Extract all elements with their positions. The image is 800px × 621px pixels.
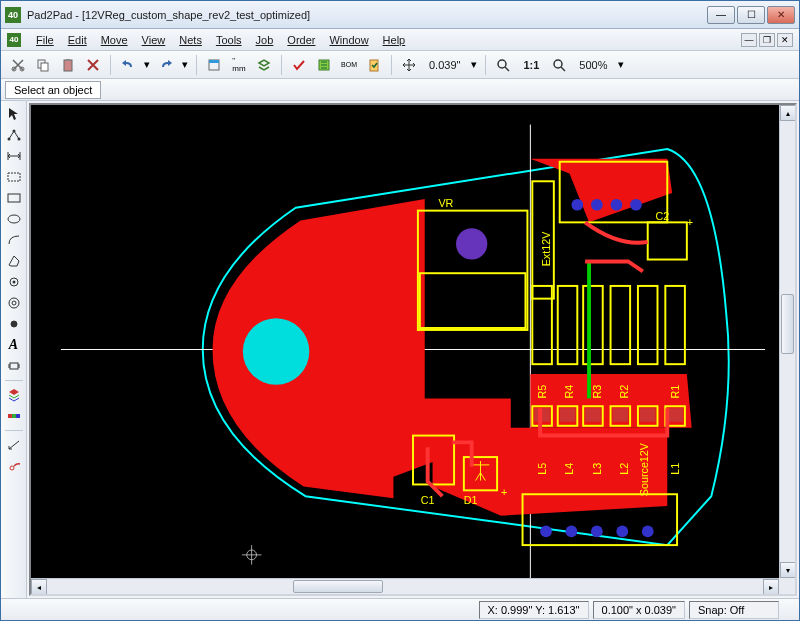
scroll-up-button[interactable]: ▴ bbox=[780, 105, 796, 121]
svg-rect-23 bbox=[10, 363, 18, 369]
svg-point-22 bbox=[11, 321, 17, 327]
scroll-left-button[interactable]: ◂ bbox=[31, 579, 47, 595]
zoom-dropdown[interactable]: ▾ bbox=[616, 58, 626, 71]
menu-tools[interactable]: Tools bbox=[209, 32, 249, 48]
drc-check-button[interactable] bbox=[288, 54, 310, 76]
svg-text:L1: L1 bbox=[669, 463, 681, 475]
redo-dropdown[interactable]: ▾ bbox=[180, 58, 190, 71]
mdi-minimize-button[interactable]: — bbox=[741, 33, 757, 47]
zoom-ratio[interactable]: 1:1 bbox=[517, 59, 545, 71]
horizontal-scrollbar[interactable]: ◂ ▸ bbox=[31, 578, 779, 594]
close-button[interactable]: ✕ bbox=[767, 6, 795, 24]
svg-rect-42 bbox=[648, 222, 687, 259]
check-clipboard-button[interactable] bbox=[363, 54, 385, 76]
app-icon: 40 bbox=[5, 7, 21, 23]
menu-file[interactable]: File bbox=[29, 32, 61, 48]
arc-tool[interactable] bbox=[4, 231, 24, 249]
trace-tool[interactable] bbox=[4, 126, 24, 144]
pad-tool[interactable] bbox=[4, 273, 24, 291]
filled-rect-tool[interactable] bbox=[4, 189, 24, 207]
vertical-scrollbar[interactable]: ▴ ▾ bbox=[779, 105, 795, 578]
work-area: A bbox=[1, 101, 799, 598]
svg-point-40 bbox=[611, 199, 623, 211]
undo-dropdown[interactable]: ▾ bbox=[142, 58, 152, 71]
svg-text:R5: R5 bbox=[536, 385, 548, 399]
rectangle-tool[interactable] bbox=[4, 168, 24, 186]
svg-rect-36 bbox=[420, 273, 526, 328]
svg-rect-60 bbox=[667, 408, 683, 422]
scroll-right-button[interactable]: ▸ bbox=[763, 579, 779, 595]
svg-text:Source12V: Source12V bbox=[638, 442, 650, 496]
svg-point-76 bbox=[566, 526, 578, 538]
menu-move[interactable]: Move bbox=[94, 32, 135, 48]
scroll-corner bbox=[779, 578, 795, 594]
svg-text:R1: R1 bbox=[669, 385, 681, 399]
layers-button[interactable] bbox=[253, 54, 275, 76]
svg-point-11 bbox=[554, 60, 562, 68]
polygon-tool[interactable] bbox=[4, 252, 24, 270]
scrollbar-thumb[interactable] bbox=[781, 294, 794, 354]
zoom-percent[interactable]: 500% bbox=[573, 59, 613, 71]
separator-icon bbox=[196, 55, 197, 75]
autoroute-button[interactable] bbox=[313, 54, 335, 76]
text-tool[interactable]: A bbox=[4, 336, 24, 354]
svg-text:Ext12V: Ext12V bbox=[540, 231, 552, 266]
title-bar: 40 Pad2Pad - [12VReg_custom_shape_rev2_t… bbox=[1, 1, 799, 29]
units-mm-button[interactable]: "mm bbox=[228, 54, 250, 76]
select-tool[interactable] bbox=[4, 105, 24, 123]
delete-button[interactable] bbox=[82, 54, 104, 76]
layer-visibility-button[interactable] bbox=[4, 407, 24, 425]
properties-button[interactable] bbox=[203, 54, 225, 76]
mdi-close-button[interactable]: ✕ bbox=[777, 33, 793, 47]
svg-text:C1: C1 bbox=[421, 494, 435, 506]
svg-rect-5 bbox=[66, 59, 70, 61]
menu-help[interactable]: Help bbox=[376, 32, 413, 48]
nudge-value[interactable]: 0.039" bbox=[423, 59, 466, 71]
layer-stack-button[interactable] bbox=[4, 386, 24, 404]
svg-point-33 bbox=[243, 318, 310, 385]
origin-tool[interactable] bbox=[4, 457, 24, 475]
svg-rect-9 bbox=[370, 60, 378, 71]
separator-icon bbox=[110, 55, 111, 75]
maximize-button[interactable]: ☐ bbox=[737, 6, 765, 24]
menu-order[interactable]: Order bbox=[280, 32, 322, 48]
redo-button[interactable] bbox=[155, 54, 177, 76]
scrollbar-thumb[interactable] bbox=[293, 580, 383, 593]
svg-text:L3: L3 bbox=[591, 463, 603, 475]
component-tool[interactable] bbox=[4, 357, 24, 375]
menu-job[interactable]: Job bbox=[249, 32, 281, 48]
svg-point-20 bbox=[9, 298, 19, 308]
svg-rect-59 bbox=[640, 408, 656, 422]
scroll-down-button[interactable]: ▾ bbox=[780, 562, 796, 578]
dimension-tool[interactable] bbox=[4, 147, 24, 165]
cut-button[interactable] bbox=[7, 54, 29, 76]
nudge-icon[interactable] bbox=[398, 54, 420, 76]
measure-tool[interactable] bbox=[4, 436, 24, 454]
status-snap[interactable]: Snap: Off bbox=[689, 601, 779, 619]
svg-rect-48 bbox=[638, 286, 658, 364]
undo-button[interactable] bbox=[117, 54, 139, 76]
status-coords: X: 0.999" Y: 1.613" bbox=[479, 601, 589, 619]
menu-view[interactable]: View bbox=[135, 32, 173, 48]
minimize-button[interactable]: — bbox=[707, 6, 735, 24]
separator-icon bbox=[485, 55, 486, 75]
nudge-dropdown[interactable]: ▾ bbox=[469, 58, 479, 71]
svg-point-34 bbox=[456, 228, 487, 259]
svg-point-41 bbox=[630, 199, 642, 211]
bom-button[interactable]: BOM bbox=[338, 54, 360, 76]
canvas-area[interactable]: R5R4R3 R2R1 L5L4L3 L2L1 bbox=[29, 103, 797, 596]
zoom-extents-button[interactable] bbox=[548, 54, 570, 76]
menu-edit[interactable]: Edit bbox=[61, 32, 94, 48]
svg-text:R3: R3 bbox=[591, 385, 603, 399]
menu-window[interactable]: Window bbox=[322, 32, 375, 48]
menu-nets[interactable]: Nets bbox=[172, 32, 209, 48]
svg-rect-49 bbox=[665, 286, 685, 364]
svg-point-10 bbox=[498, 60, 506, 68]
via-tool[interactable] bbox=[4, 294, 24, 312]
paste-button[interactable] bbox=[57, 54, 79, 76]
copy-button[interactable] bbox=[32, 54, 54, 76]
ellipse-tool[interactable] bbox=[4, 210, 24, 228]
hole-tool[interactable] bbox=[4, 315, 24, 333]
mdi-restore-button[interactable]: ❐ bbox=[759, 33, 775, 47]
svg-text:L4: L4 bbox=[563, 463, 575, 475]
